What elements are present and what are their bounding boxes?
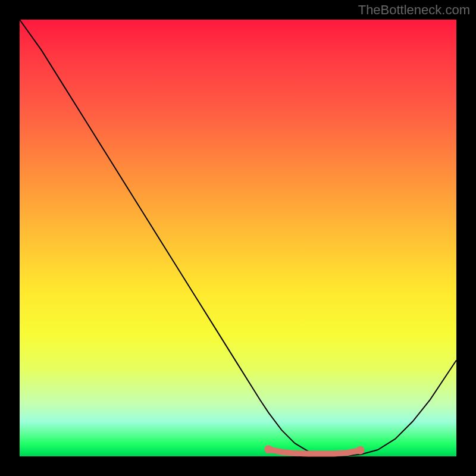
optimal-band-end [356, 446, 365, 455]
optimal-band [268, 449, 360, 453]
attribution-label: TheBottleneck.com [358, 2, 470, 18]
optimal-band-start [264, 445, 273, 453]
chart-container: TheBottleneck.com [0, 0, 476, 476]
plot-area [20, 20, 456, 456]
curve-layer [20, 20, 456, 456]
bottleneck-curve [20, 20, 456, 456]
